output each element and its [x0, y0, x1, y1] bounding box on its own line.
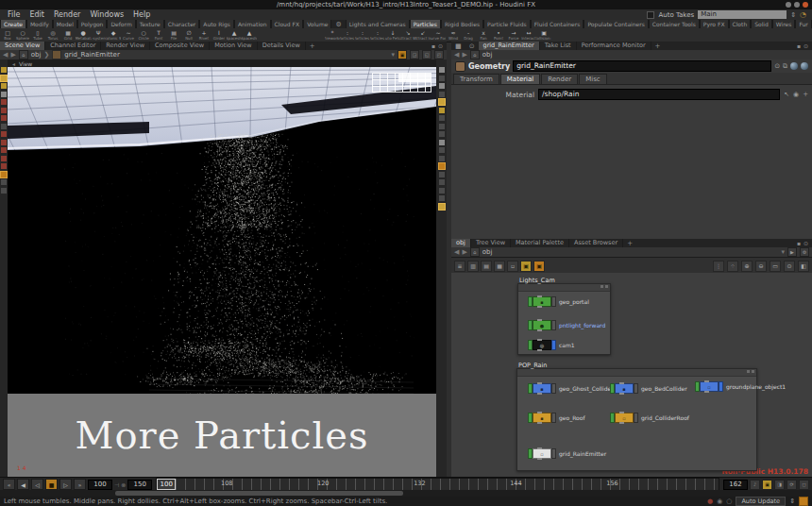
shelf-tool[interactable]: ↙Attract In: [415, 28, 431, 42]
menu-windows[interactable]: Windows: [85, 10, 128, 19]
sim-reset-icon[interactable]: ⟳: [787, 480, 797, 490]
param-tab-render[interactable]: Render: [541, 74, 578, 84]
home-icon[interactable]: ⌂: [470, 50, 480, 59]
update-mode-select[interactable]: Auto Update: [736, 497, 786, 506]
pane-link-icon[interactable]: ⊙: [804, 240, 808, 247]
shelf-tool[interactable]: :Particles f: [370, 28, 385, 42]
shelf-tool[interactable]: -Drag: [461, 28, 476, 42]
op-chooser-icon[interactable]: ↖: [784, 91, 789, 98]
auto-takes-checkbox[interactable]: [647, 11, 654, 19]
shelf-tool[interactable]: ↔Interact: [521, 28, 536, 42]
node-display-flag[interactable]: [719, 381, 723, 392]
snapshot-icon[interactable]: ▣: [398, 50, 407, 59]
dopnet-icon[interactable]: ◨: [774, 480, 785, 490]
box-close-icon[interactable]: [605, 285, 608, 288]
shelf-tool[interactable]: ◆Platonic So: [106, 28, 121, 42]
maximize-pane-icon[interactable]: ◰: [434, 50, 444, 59]
path-dropdown-icon[interactable]: ▾: [391, 51, 395, 59]
viewport-toolbar-icon[interactable]: [439, 204, 445, 210]
shelf-tab[interactable]: Cloth: [729, 20, 752, 28]
shelf-tab[interactable]: Character: [164, 20, 200, 28]
viewport-toolbar-icon[interactable]: [439, 115, 445, 121]
viewport[interactable]: ◂ View More Particles 1 4: [0, 59, 447, 477]
shelf-tab[interactable]: Volume: [303, 20, 331, 28]
network-node[interactable]: ▪geo_portal: [528, 297, 589, 306]
shelf-tab[interactable]: Wires: [772, 20, 796, 28]
scene-pane-tab[interactable]: Details View: [258, 42, 306, 50]
shelf-tool[interactable]: ↘Attract Wi: [400, 28, 415, 42]
gallery-icon[interactable]: ⧉: [783, 62, 787, 70]
network-box-pop_rain[interactable]: POP_Rain▪geo_Ghost_Collider▪geo_BedColli…: [516, 368, 757, 471]
viewport-toolbar-icon[interactable]: [1, 163, 7, 169]
viewport-toolbar-icon[interactable]: [1, 124, 7, 129]
path-root[interactable]: obj: [482, 51, 493, 59]
shelf-tab[interactable]: Cloud FX: [271, 20, 304, 28]
viewport-toolbar-icon[interactable]: [1, 83, 7, 89]
material-value-field[interactable]: /shop/Rain: [538, 89, 780, 100]
go-end-button[interactable]: »: [74, 479, 86, 490]
maximize-button[interactable]: [794, 2, 800, 8]
network-node[interactable]: ▫groundplane_object1: [695, 382, 786, 391]
shelf-tool[interactable]: IGirder: [211, 28, 227, 42]
shelf-tab[interactable]: Auto Rigs: [199, 20, 234, 28]
shelf-tab[interactable]: Rigid Bodies: [441, 20, 483, 28]
viewport-toolbar-icon[interactable]: [439, 188, 445, 194]
shelf-tool[interactable]: ○Circle: [136, 28, 151, 42]
play-reverse-button[interactable]: ◁: [31, 479, 43, 490]
viewport-toolbar-icon[interactable]: [1, 76, 7, 81]
shelf-tab[interactable]: Container Tools: [649, 20, 700, 28]
shelf-tool[interactable]: ▲Spaceshi: [227, 28, 242, 42]
network-toolbar-icon[interactable]: ⋮: [713, 261, 724, 272]
shelf-tab[interactable]: Fur: [795, 20, 811, 28]
network-box-header[interactable]: [517, 369, 756, 377]
take-spinner-icon[interactable]: ⇕: [790, 11, 796, 19]
viewport-toolbar-icon[interactable]: [439, 108, 445, 113]
shelf-tab[interactable]: Deform: [107, 20, 135, 28]
network-toolbar-icon[interactable]: ⊕: [741, 261, 753, 272]
viewport-toolbar-icon[interactable]: [1, 108, 7, 113]
minimize-button[interactable]: [786, 2, 791, 8]
scene-pane-tab[interactable]: Motion View: [210, 42, 258, 50]
viewport-toolbar-icon[interactable]: [1, 172, 7, 177]
viewport-toolbar-icon[interactable]: [1, 67, 7, 73]
network-path-root[interactable]: obj: [482, 248, 493, 256]
path-node[interactable]: grid_RainEmitter: [64, 51, 119, 59]
shelf-tab[interactable]: Model: [53, 20, 77, 28]
forward-icon[interactable]: ▶: [10, 51, 15, 59]
prev-key-button[interactable]: ◀: [17, 479, 29, 490]
realtime-toggle-icon[interactable]: ▣: [762, 480, 772, 490]
viewport-toolbar-icon[interactable]: [1, 92, 7, 97]
viewport-toolbar-icon[interactable]: [439, 172, 445, 177]
shelf-tab[interactable]: Pyro FX: [700, 20, 729, 28]
viewport-canvas[interactable]: [8, 67, 436, 394]
view-tab-label[interactable]: View: [19, 60, 32, 67]
home-icon[interactable]: ⌂: [19, 50, 28, 59]
network-toolbar-icon[interactable]: ≡: [454, 261, 465, 272]
scene-3d-view[interactable]: [8, 67, 436, 394]
viewport-toolbar-icon[interactable]: [439, 147, 445, 153]
end-frame-field[interactable]: 162: [723, 480, 748, 490]
network-pane-tab[interactable]: Tree View: [471, 239, 511, 247]
viewport-toolbar-icon[interactable]: [439, 195, 445, 201]
range-field[interactable]: 150: [127, 480, 152, 490]
shelf-tool[interactable]: ΨL-system: [91, 28, 106, 42]
shelf-tool[interactable]: ▲Spaceshi: [242, 28, 257, 42]
shelf-tool[interactable]: ▣Collision d: [536, 28, 551, 42]
shelf-tool[interactable]: xFan: [476, 28, 491, 42]
gear-icon[interactable]: ⚙: [331, 21, 345, 28]
menu-file[interactable]: File: [3, 10, 25, 19]
comment-ball-icon[interactable]: [801, 62, 808, 70]
viewport-toolbar-icon[interactable]: [439, 163, 445, 169]
shelf-tab[interactable]: Texture: [136, 20, 164, 28]
forward-icon[interactable]: ▶: [462, 51, 466, 59]
audio-icon[interactable]: ♪: [750, 480, 760, 490]
shelf-tool[interactable]: :Particles f: [355, 28, 370, 42]
playbar-options-icon[interactable]: ◻: [799, 480, 809, 490]
open-floating-icon[interactable]: ◉: [793, 91, 799, 98]
network-canvas[interactable]: Non-Public H13.0.178 Lights_Cam▪geo_port…: [451, 273, 812, 477]
shelf-tool[interactable]: ↓Auto Fetch: [385, 28, 400, 42]
circle-icon[interactable]: ⊙: [465, 42, 479, 50]
back-icon[interactable]: ◀: [454, 51, 459, 59]
network-toolbar-icon[interactable]: ▤: [481, 261, 492, 272]
network-node[interactable]: ▪geo_Roof: [528, 413, 585, 422]
